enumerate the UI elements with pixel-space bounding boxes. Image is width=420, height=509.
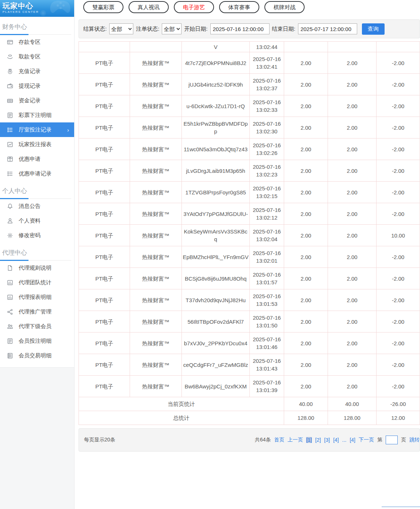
jump-prefix-label: 第 bbox=[377, 437, 382, 443]
sidebar-item-充值记录[interactable]: 充值记录 bbox=[0, 64, 74, 79]
platform-cell: PT电子 bbox=[79, 138, 130, 160]
game-cell: 热辣财富™ bbox=[130, 182, 182, 203]
table-row: PT电子热辣财富™KokSeyWmArsVv3SSKBcq2025-07-16 … bbox=[79, 225, 420, 246]
sidebar-item-代理团队统计[interactable]: 代理团队统计 bbox=[0, 275, 74, 290]
sidebar-item-厅室投注记录[interactable]: 厅室投注记录› bbox=[0, 122, 74, 137]
sidebar-item-会员投注明细[interactable]: 会员投注明细 bbox=[0, 334, 74, 348]
sidebar-item-代理下级会员[interactable]: 代理下级会员 bbox=[0, 319, 74, 334]
sidebar-item-彩票下注明细[interactable]: 彩票下注明细 bbox=[0, 108, 74, 122]
platform-cell: PT电子 bbox=[79, 311, 130, 333]
sidebar-item-代理报表明细[interactable]: 代理报表明细 bbox=[0, 290, 74, 304]
game-cell: 热辣财富™ bbox=[130, 138, 182, 160]
tab-电子游艺[interactable]: 电子游艺 bbox=[174, 1, 214, 13]
sidebar-item-存款专区[interactable]: 存款专区 bbox=[0, 35, 74, 49]
valid-bet-cell: 2.00 bbox=[328, 225, 377, 246]
sidebar-item-取款专区[interactable]: 取款专区 bbox=[0, 49, 74, 64]
game-cell bbox=[130, 42, 182, 52]
order-id-cell: BCSjG8v8ij6uJ9MU8Ohq bbox=[182, 268, 250, 289]
win-loss-cell: -2.00 bbox=[377, 182, 420, 203]
platform-cell: PT电子 bbox=[79, 246, 130, 268]
sidebar-item-个人资料[interactable]: 个人资料 bbox=[0, 213, 74, 228]
order-status-select[interactable]: 全部 bbox=[162, 23, 182, 34]
sidebar-item-资金记录[interactable]: 资金记录 bbox=[0, 93, 74, 108]
sidebar-item-优惠申请记录[interactable]: 优惠申请记录 bbox=[0, 166, 74, 181]
bet-amount-cell bbox=[284, 42, 328, 52]
tab-体育赛事[interactable]: 体育赛事 bbox=[219, 1, 259, 13]
jump-button[interactable]: 跳转 bbox=[409, 437, 420, 443]
sidebar-item-label: 存款专区 bbox=[19, 39, 41, 46]
page-link-4[interactable]: [4] bbox=[333, 437, 339, 443]
platform-cell: PT电子 bbox=[79, 225, 130, 246]
win-loss-cell: -2.00 bbox=[377, 289, 420, 311]
time-cell: 2025-07-16 13:02:12 bbox=[250, 203, 284, 225]
sidebar-section: 个人中心消息公告个人资料修改密码 bbox=[0, 181, 74, 243]
jump-page-input[interactable] bbox=[386, 436, 398, 444]
sidebar-item-代理规则说明[interactable]: 代理规则说明 bbox=[0, 261, 74, 275]
jump-suffix-label: 页 bbox=[401, 437, 406, 443]
tab-棋牌对战[interactable]: 棋牌对战 bbox=[264, 1, 305, 13]
sidebar-item-修改密码[interactable]: 修改密码 bbox=[0, 228, 74, 243]
sidebar-section-header: 个人中心 bbox=[0, 185, 71, 199]
order-id-cell: 56IltITBpOFov2dAFKl7 bbox=[182, 311, 250, 333]
sidebar-item-label: 优惠申请记录 bbox=[19, 170, 51, 177]
valid-bet-cell: 2.00 bbox=[328, 376, 377, 397]
prev-page-link[interactable]: 上一页 bbox=[287, 437, 303, 443]
wallet-icon bbox=[7, 83, 13, 89]
tab-雙赢彩票[interactable]: 雙赢彩票 bbox=[83, 1, 123, 13]
settle-status-select[interactable]: 全部 bbox=[109, 23, 133, 34]
sidebar-item-label: 资金记录 bbox=[19, 97, 41, 104]
bet-amount-cell: 2.00 bbox=[284, 246, 328, 268]
bet-amount-cell: 2.00 bbox=[284, 354, 328, 376]
sidebar-item-label: 会员投注明细 bbox=[19, 338, 51, 345]
page-link-5[interactable]: ... bbox=[342, 437, 347, 443]
first-page-link[interactable]: 首页 bbox=[274, 437, 284, 443]
chevron-right-icon: › bbox=[67, 127, 69, 133]
order-id-cell: jLvGDrgJLaib91M3p65h bbox=[182, 160, 250, 182]
platform-cell: PT电子 bbox=[79, 333, 130, 354]
tab-真人视讯[interactable]: 真人视讯 bbox=[129, 1, 169, 13]
valid-bet-cell: 2.00 bbox=[328, 95, 377, 117]
valid-bet-cell: 2.00 bbox=[328, 246, 377, 268]
win-loss-cell: -2.00 bbox=[377, 160, 420, 182]
sidebar-item-玩家投注报表[interactable]: 玩家投注报表 bbox=[0, 137, 74, 152]
sidebar-item-label: 充值记录 bbox=[19, 68, 41, 75]
promo-icon bbox=[7, 156, 13, 162]
platform-cell bbox=[79, 42, 130, 52]
end-date-input[interactable] bbox=[298, 23, 357, 34]
table-row: PT电子热辣财富™jLvGDrgJLaib91M3p65h2025-07-16 … bbox=[79, 160, 420, 182]
bet-amount-cell: 2.00 bbox=[284, 225, 328, 246]
win-loss-cell: -2.00 bbox=[377, 138, 420, 160]
sidebar-footer bbox=[0, 367, 75, 509]
page-link-2[interactable]: [2] bbox=[315, 437, 321, 443]
filter-bar: 结算状态: 全部 注单状态: 全部 开始日期: 结束日期: 查询 bbox=[79, 19, 420, 38]
valid-bet-cell bbox=[328, 42, 377, 52]
game-cell: 热辣财富™ bbox=[130, 289, 182, 311]
time-cell: 2025-07-16 13:02:41 bbox=[250, 52, 284, 74]
sidebar-item-消息公告[interactable]: 消息公告 bbox=[0, 199, 74, 213]
time-cell: 13:02:44 bbox=[250, 42, 284, 52]
table-row-partial: V13:02:44 bbox=[79, 42, 420, 52]
page-link-6[interactable]: [4] bbox=[350, 437, 355, 443]
sidebar-item-优惠申请[interactable]: 优惠申请 bbox=[0, 152, 74, 166]
bar-chart-icon bbox=[7, 294, 13, 300]
win-loss-cell: -2.00 bbox=[377, 354, 420, 376]
sidebar-item-会员交易明细[interactable]: 会员交易明细 bbox=[0, 348, 74, 363]
valid-bet-cell: 2.00 bbox=[328, 333, 377, 354]
platform-cell: PT电子 bbox=[79, 268, 130, 289]
sidebar-item-提现记录[interactable]: 提现记录 bbox=[0, 79, 74, 93]
time-cell: 2025-07-16 13:02:37 bbox=[250, 74, 284, 95]
table-row: PT电子热辣财富™BCSjG8v8ij6uJ9MU8Ohq2025-07-16 … bbox=[79, 268, 420, 289]
sidebar-item-代理推广管理[interactable]: 代理推广管理 bbox=[0, 304, 74, 319]
page-link-1[interactable]: [1] bbox=[306, 437, 312, 443]
pagination-bar: 每页显示20条 共64条首页上一页[1][2][3][4]...[4]下一页第页… bbox=[79, 428, 420, 452]
page-link-3[interactable]: [3] bbox=[324, 437, 330, 443]
per-page-text: 每页显示20条 bbox=[84, 437, 115, 443]
game-cell: 热辣财富™ bbox=[130, 354, 182, 376]
total-count-text: 共64条 bbox=[255, 437, 271, 443]
order-id-cell: 1TZVGBlPrpsFoyr0gS85 bbox=[182, 182, 250, 203]
bar-chart-icon bbox=[7, 280, 13, 286]
sidebar-section-header: 财务中心 bbox=[0, 21, 71, 35]
query-button[interactable]: 查询 bbox=[362, 23, 385, 35]
next-page-link[interactable]: 下一页 bbox=[359, 437, 374, 443]
start-date-input[interactable] bbox=[210, 23, 270, 34]
